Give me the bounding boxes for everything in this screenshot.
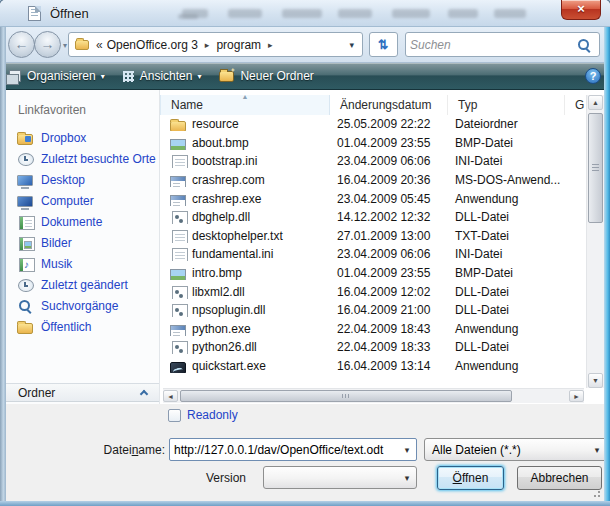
breadcrumb-overflow[interactable]: « xyxy=(89,38,105,52)
resize-grip[interactable] xyxy=(591,488,601,498)
background-window-artifact xyxy=(448,9,478,18)
file-name: desktophelper.txt xyxy=(192,229,283,243)
column-header-date[interactable]: Änderungsdatum xyxy=(330,95,448,115)
sidebar-item[interactable]: Bilder xyxy=(6,232,159,253)
address-dropdown-icon[interactable]: ▾ xyxy=(349,40,354,50)
horizontal-scrollbar[interactable]: ◄ ► xyxy=(163,388,584,403)
scroll-down-button[interactable]: ▼ xyxy=(588,373,603,388)
file-name-cell: crashrep.exe xyxy=(160,192,330,206)
file-row[interactable]: intro.bmp 01.04.2009 23:55 BMP-Datei xyxy=(160,264,586,283)
file-date: 16.04.2009 20:36 xyxy=(330,173,448,187)
file-date: 16.04.2009 21:00 xyxy=(330,303,448,317)
search-icon[interactable] xyxy=(577,38,591,52)
open-dialog: Öffnen × ← → ▾ « OpenOffice.org 3 ▸ prog… xyxy=(0,0,610,506)
scroll-left-button[interactable]: ◄ xyxy=(163,390,178,402)
sidebar-item[interactable]: Suchvorgänge xyxy=(6,295,159,316)
new-folder-icon xyxy=(219,71,234,82)
help-button[interactable]: ? xyxy=(585,68,601,84)
file-row[interactable]: dbghelp.dll 14.12.2002 12:32 DLL-Datei xyxy=(160,208,586,227)
file-row[interactable]: python.exe 22.04.2009 18:43 Anwendung xyxy=(160,320,586,339)
vertical-scrollbar[interactable]: ▲ ▼ xyxy=(586,95,604,388)
refresh-button[interactable]: ⇄ xyxy=(369,32,398,57)
list-header: ▲ Name Änderungsdatum Typ G xyxy=(160,95,604,115)
sidebar-item-icon xyxy=(19,237,35,251)
background-window-artifact xyxy=(228,9,262,18)
scroll-right-button[interactable]: ► xyxy=(569,390,584,402)
file-row[interactable]: fundamental.ini 23.04.2009 06:06 INI-Dat… xyxy=(160,245,586,264)
file-date: 01.04.2009 23:55 xyxy=(330,136,448,150)
background-window-artifact xyxy=(338,9,372,18)
version-select[interactable]: ▾ xyxy=(263,466,417,489)
file-row[interactable]: libxml2.dll 16.04.2009 12:02 DLL-Datei xyxy=(160,282,586,301)
sidebar-item[interactable]: Dokumente xyxy=(6,211,159,232)
filename-input[interactable] xyxy=(170,442,398,458)
column-label: Typ xyxy=(458,98,477,112)
history-dropdown-icon[interactable]: ▾ xyxy=(63,41,67,50)
file-type: BMP-Datei xyxy=(448,136,565,150)
sidebar-item[interactable]: Zuletzt geändert xyxy=(6,274,159,295)
sidebar-item[interactable]: Musik xyxy=(6,253,159,274)
cancel-button[interactable]: Abbrechen xyxy=(517,466,602,490)
sidebar-item-icon xyxy=(17,323,33,334)
file-row[interactable]: resource 25.05.2009 22:22 Dateiordner xyxy=(160,115,586,134)
close-button[interactable]: × xyxy=(561,0,601,20)
file-type-icon xyxy=(172,211,188,224)
file-row[interactable]: bootstrap.ini 23.04.2009 06:06 INI-Datei xyxy=(160,152,586,171)
sidebar-item-icon xyxy=(17,298,33,314)
organize-icon xyxy=(9,70,21,82)
file-row[interactable]: about.bmp 01.04.2009 23:55 BMP-Datei xyxy=(160,134,586,153)
sidebar-item[interactable]: Zuletzt besuchte Orte xyxy=(6,148,159,169)
breadcrumb[interactable]: « OpenOffice.org 3 ▸ program ▸ ▾ xyxy=(68,32,363,57)
search-input[interactable] xyxy=(408,35,573,54)
sidebar-item-label: Musik xyxy=(41,257,72,271)
file-row[interactable]: desktophelper.txt 27.01.2009 13:00 TXT-D… xyxy=(160,227,586,246)
back-button[interactable]: ← xyxy=(8,31,35,58)
titlebar: Öffnen × xyxy=(0,0,610,27)
file-row[interactable]: crashrep.exe 23.04.2009 05:45 Anwendung xyxy=(160,189,586,208)
column-label: G xyxy=(575,98,584,112)
organize-button[interactable]: Organisieren ▾ xyxy=(0,65,114,88)
scroll-down-icon: ▼ xyxy=(592,377,599,384)
column-header-name[interactable]: ▲ Name xyxy=(160,95,330,115)
file-name-cell: resource xyxy=(160,117,330,131)
chevron-right-icon[interactable]: ▸ xyxy=(200,40,215,50)
readonly-checkbox[interactable] xyxy=(168,409,181,422)
column-header-type[interactable]: Typ xyxy=(448,95,565,115)
breadcrumb-segment[interactable]: program xyxy=(214,38,263,52)
file-row[interactable]: quickstart.exe 16.04.2009 13:14 Anwendun… xyxy=(160,357,586,376)
breadcrumb-segment[interactable]: OpenOffice.org 3 xyxy=(105,38,200,52)
folders-expander[interactable]: Ordner xyxy=(6,383,159,402)
file-row[interactable]: npsoplugin.dll 16.04.2009 21:00 DLL-Date… xyxy=(160,301,586,320)
file-row[interactable]: crashrep.com 16.04.2009 20:36 MS-DOS-Anw… xyxy=(160,171,586,190)
file-name: python26.dll xyxy=(192,340,257,354)
chevron-right-icon[interactable]: ▸ xyxy=(263,40,278,50)
scroll-up-button[interactable]: ▲ xyxy=(588,95,603,110)
file-row[interactable]: python26.dll 22.04.2009 18:33 DLL-Datei xyxy=(160,338,586,357)
forward-button[interactable]: → xyxy=(34,31,61,58)
file-name-cell: intro.bmp xyxy=(160,266,330,280)
file-date: 27.01.2009 13:00 xyxy=(330,229,448,243)
file-name: npsoplugin.dll xyxy=(192,303,265,317)
filename-dropdown-icon[interactable]: ▾ xyxy=(398,445,416,455)
open-button[interactable]: Öffnen xyxy=(437,466,504,490)
sidebar-item[interactable]: Öffentlich xyxy=(6,316,159,337)
sidebar-item-label: Dokumente xyxy=(41,215,102,229)
vertical-scrollbar-thumb[interactable] xyxy=(588,113,603,223)
file-type-icon xyxy=(170,139,186,150)
sidebar-item[interactable]: Dropbox xyxy=(6,127,159,148)
horizontal-scrollbar-thumb[interactable] xyxy=(180,390,512,402)
filetype-select[interactable]: Alle Dateien (*.*) ▾ xyxy=(424,438,607,461)
views-button[interactable]: Ansichten ▾ xyxy=(114,65,211,88)
new-folder-button[interactable]: Neuer Ordner xyxy=(210,65,322,88)
file-type-icon xyxy=(172,341,188,354)
file-type-icon xyxy=(170,195,186,206)
file-name-cell: dbghelp.dll xyxy=(160,210,330,224)
organize-label: Organisieren xyxy=(27,69,96,83)
file-type: Anwendung xyxy=(448,192,565,206)
readonly-label[interactable]: Readonly xyxy=(187,408,238,422)
dialog-body: Linkfavoriten Dropbox Zuletzt besuchte O… xyxy=(6,90,604,404)
sidebar-item[interactable]: Desktop xyxy=(6,169,159,190)
file-name-cell: about.bmp xyxy=(160,136,330,150)
file-name-cell: python.exe xyxy=(160,322,330,336)
sidebar-item[interactable]: Computer xyxy=(6,190,159,211)
